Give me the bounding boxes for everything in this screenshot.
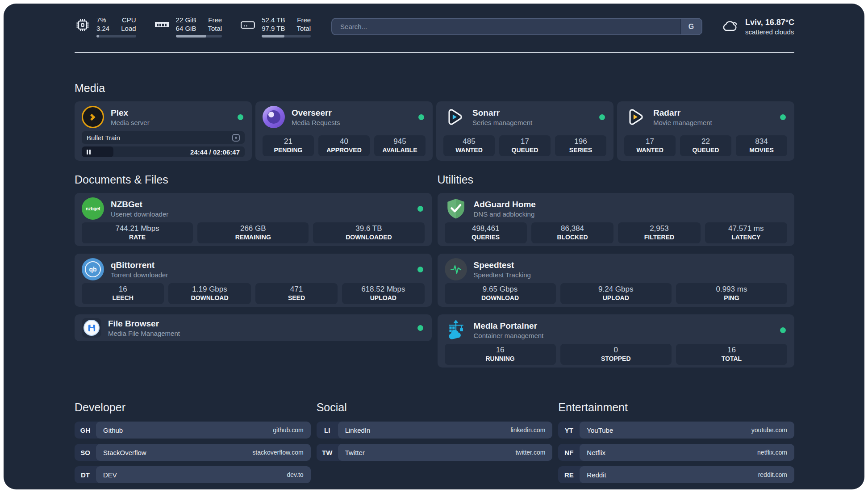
section-title-utilities: Utilities	[438, 172, 795, 187]
now-playing-title: Bullet Train	[87, 134, 120, 142]
stat-box: 2,953 FILTERED	[618, 222, 700, 243]
service-card-nzbget[interactable]: nzbget NZBGet Usenet downloader 744.21 M…	[75, 193, 432, 246]
service-subtitle: Torrent downloader	[111, 271, 411, 279]
speedtest-icon	[445, 258, 467, 280]
stat-box: 40 APPROVED	[318, 135, 370, 156]
status-online-dot	[418, 114, 424, 120]
stat-box: 39.6 TB DOWNLOADED	[313, 222, 424, 243]
service-card-radarr[interactable]: Radarr Movie management 17 WANTED 22 QUE…	[617, 101, 794, 161]
cloud-icon	[721, 18, 739, 35]
stat-box: 16 LEECH	[82, 283, 164, 304]
search-input[interactable]	[332, 19, 680, 34]
stat-box: 0 STOPPED	[560, 344, 672, 365]
stat-box: 196 SERIES	[555, 135, 606, 156]
qbittorrent-icon: qb	[82, 258, 104, 280]
cpu-usage-bar-fill	[96, 35, 99, 38]
service-card-qbittorrent[interactable]: qb qBittorrent Torrent downloader 16 LEE…	[75, 254, 432, 307]
disk-free-value: 52.4 TB	[262, 16, 285, 24]
link-youtube[interactable]: YT YouTube youtube.com	[558, 422, 794, 439]
status-online-dot	[780, 114, 786, 120]
service-subtitle: Series management	[472, 118, 593, 127]
system-stats: 7% 3.24 CPU Load	[75, 16, 311, 38]
service-card-sonarr[interactable]: Sonarr Series management 485 WANTED 17 Q…	[436, 101, 613, 161]
link-github[interactable]: GH Github github.com	[75, 422, 311, 439]
plex-icon	[82, 106, 104, 128]
stat-box: 266 GB REMAINING	[197, 222, 309, 243]
service-card-portainer[interactable]: Media Portainer Container management 16 …	[438, 314, 795, 368]
service-card-overseerr[interactable]: Overseerr Media Requests 21 PENDING 40 A…	[255, 101, 433, 161]
link-linkedin[interactable]: LI LinkedIn linkedin.com	[317, 422, 553, 439]
playback-time: 24:44 / 02:06:47	[190, 148, 245, 156]
disk-icon	[240, 17, 256, 33]
section-title-entertainment: Entertainment	[558, 400, 794, 414]
service-title: AdGuard Home	[474, 199, 788, 210]
service-subtitle: Speedtest Tracking	[474, 271, 788, 279]
stat-box: 9.24 Gbps UPLOAD	[560, 283, 672, 304]
disk-total-value: 97.9 TB	[262, 24, 285, 33]
stat-box: 17 QUEUED	[499, 135, 551, 156]
service-title: Media Portainer	[474, 321, 774, 331]
service-subtitle: Movie management	[653, 118, 773, 127]
stat-box: 744.21 Mbps RATE	[82, 222, 193, 243]
dashboard: 7% 3.24 CPU Load	[4, 4, 864, 489]
stat-box: 834 MOVIES	[736, 135, 787, 156]
overseerr-icon	[263, 106, 285, 128]
memory-free-label: Free	[208, 16, 222, 24]
section-title-developer: Developer	[75, 400, 311, 414]
disk-usage-bar-fill	[262, 35, 284, 38]
stat-box: 16 TOTAL	[676, 344, 787, 365]
header-divider	[75, 52, 794, 53]
link-netflix[interactable]: NF Netflix netflix.com	[558, 444, 794, 461]
service-subtitle: Media Requests	[292, 118, 412, 127]
filebrowser-icon	[82, 318, 101, 338]
weather-condition: scattered clouds	[745, 28, 794, 36]
link-dev[interactable]: DT DEV dev.to	[75, 466, 311, 483]
status-online-dot	[417, 206, 423, 212]
stat-box: 21 PENDING	[263, 135, 314, 156]
cpu-stat: 7% 3.24 CPU Load	[75, 16, 136, 38]
service-card-filebrowser[interactable]: File Browser Media File Management	[75, 314, 432, 341]
memory-total-label: Total	[208, 24, 222, 33]
stat-box: 471 SEED	[255, 283, 338, 304]
search-bar: G	[331, 18, 702, 35]
service-title: Overseerr	[292, 108, 412, 118]
service-subtitle: Container management	[474, 331, 774, 340]
status-online-dot	[417, 267, 423, 272]
sonarr-icon	[443, 106, 466, 128]
search-engine-button[interactable]: G	[680, 19, 701, 34]
playback-progress-fill	[82, 146, 113, 157]
stat-box: 1.19 Gbps DOWNLOAD	[168, 283, 250, 304]
service-subtitle: Usenet downloader	[111, 210, 411, 218]
memory-free-value: 22 GiB	[176, 16, 196, 24]
radarr-icon	[624, 106, 647, 128]
stat-box: 22 QUEUED	[680, 135, 731, 156]
cpu-usage-value: 7%	[96, 16, 109, 24]
status-online-dot	[599, 114, 605, 120]
service-title: Speedtest	[474, 260, 788, 271]
stat-box: 9.65 Gbps DOWNLOAD	[445, 283, 556, 304]
weather-location-temp: Lviv, 16.87°C	[745, 17, 794, 28]
service-card-speedtest[interactable]: Speedtest Speedtest Tracking 9.65 Gbps D…	[438, 254, 795, 307]
section-title-documents: Documents & Files	[75, 172, 432, 187]
disk-free-label: Free	[297, 16, 311, 24]
nzbget-icon: nzbget	[82, 197, 104, 220]
service-title: Plex	[111, 108, 231, 118]
weather-widget: Lviv, 16.87°C scattered clouds	[721, 17, 794, 36]
service-title: NZBGet	[111, 199, 411, 210]
status-online-dot	[780, 327, 786, 333]
stat-box: 498,461 QUERIES	[445, 222, 527, 243]
service-card-adguard[interactable]: AdGuard Home DNS and adblocking 498,461 …	[438, 193, 795, 246]
cpu-usage-label: CPU	[122, 16, 136, 24]
now-playing-row: Bullet Train	[82, 131, 245, 144]
cast-icon	[232, 134, 240, 142]
link-reddit[interactable]: RE Reddit reddit.com	[558, 466, 794, 483]
link-stackoverflow[interactable]: SO StackOverflow stackoverflow.com	[75, 444, 311, 461]
service-card-plex[interactable]: Plex Media server Bullet Train 24:44 / 0…	[75, 101, 252, 161]
status-online-dot	[417, 325, 423, 331]
stat-box: 618.52 Mbps UPLOAD	[342, 283, 424, 304]
stat-box: 86,384 BLOCKED	[531, 222, 613, 243]
link-twitter[interactable]: TW Twitter twitter.com	[317, 444, 553, 461]
service-subtitle: DNS and adblocking	[474, 210, 788, 218]
top-bar: 7% 3.24 CPU Load	[75, 16, 794, 37]
stat-box: 17 WANTED	[624, 135, 676, 156]
